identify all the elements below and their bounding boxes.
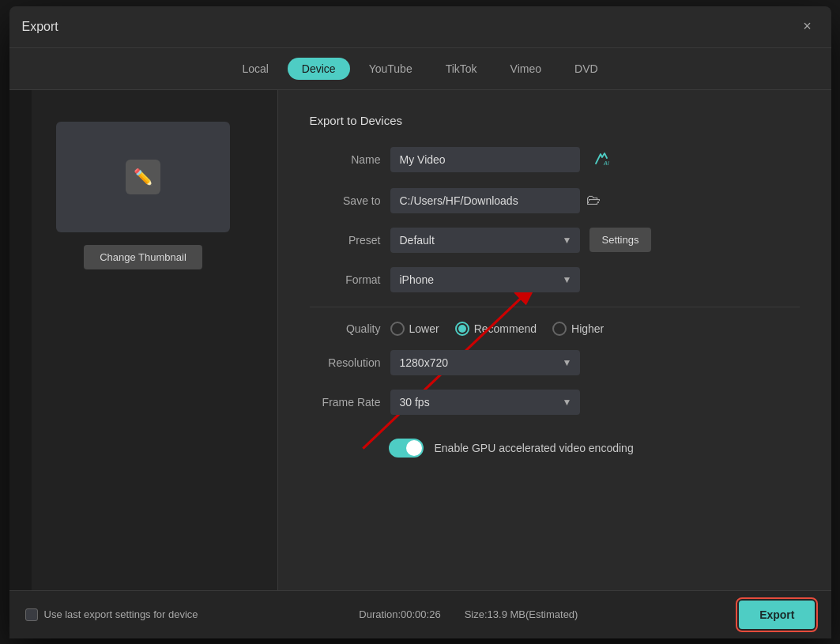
last-settings-label: Use last export settings for device xyxy=(44,608,198,620)
close-button[interactable]: × xyxy=(797,16,819,38)
save-to-input[interactable] xyxy=(390,188,580,213)
quality-recommend[interactable]: Recommend xyxy=(455,322,537,336)
left-panel: ✏️ Change Thumbnail xyxy=(9,90,278,590)
quality-lower-radio[interactable] xyxy=(390,322,405,336)
quality-higher-label: Higher xyxy=(571,322,604,335)
dialog-body: ✏️ Change Thumbnail Export to Devices Na… xyxy=(9,90,831,590)
quality-recommend-label: Recommend xyxy=(474,322,537,335)
save-to-label: Save to xyxy=(310,194,381,207)
format-select-wrap: iPhone ▼ xyxy=(390,267,580,292)
export-to-heading: Export to Devices xyxy=(310,114,800,127)
gpu-row: Enable GPU accelerated video encoding xyxy=(310,439,800,458)
quality-lower-label: Lower xyxy=(409,322,439,335)
tab-local[interactable]: Local xyxy=(228,58,282,80)
format-label: Format xyxy=(310,273,381,286)
folder-browse-button[interactable]: 🗁 xyxy=(586,192,601,209)
export-dialog: Export × Local Device YouTube TikTok Vim… xyxy=(9,6,831,638)
quality-higher[interactable]: Higher xyxy=(552,322,604,336)
resolution-select-wrap: 1280x720 ▼ xyxy=(390,350,580,375)
footer-left: Use last export settings for device xyxy=(25,608,198,621)
tab-vimeo[interactable]: Vimeo xyxy=(496,58,556,80)
resolution-row: Resolution 1280x720 ▼ xyxy=(310,350,800,375)
resolution-select[interactable]: 1280x720 xyxy=(390,350,580,375)
size-info: Size:13.9 MB(Estimated) xyxy=(465,608,578,620)
save-to-row: Save to 🗁 xyxy=(310,188,800,213)
change-thumbnail-button[interactable]: Change Thumbnail xyxy=(84,245,202,269)
resolution-label: Resolution xyxy=(310,356,381,369)
quality-row: Quality Lower Recommend Higher xyxy=(310,322,800,336)
thumbnail-preview[interactable]: ✏️ xyxy=(56,122,230,232)
preset-select-wrap: Default ▼ xyxy=(390,228,580,253)
quality-higher-radio[interactable] xyxy=(552,322,567,336)
name-input[interactable] xyxy=(390,147,580,172)
tabs-bar: Local Device YouTube TikTok Vimeo DVD xyxy=(9,48,831,90)
quality-label: Quality xyxy=(310,322,381,335)
tab-tiktok[interactable]: TikTok xyxy=(431,58,492,80)
gpu-toggle[interactable] xyxy=(389,439,424,458)
name-label: Name xyxy=(310,153,381,166)
quality-lower[interactable]: Lower xyxy=(390,322,439,336)
last-settings-checkbox-label[interactable]: Use last export settings for device xyxy=(25,608,198,621)
name-row: Name AI xyxy=(310,146,800,174)
footer-info: Duration:00:00:26 Size:13.9 MB(Estimated… xyxy=(359,608,578,620)
tab-dvd[interactable]: DVD xyxy=(560,58,612,80)
preset-label: Preset xyxy=(310,234,381,247)
preset-select[interactable]: Default xyxy=(390,228,580,253)
format-row: Format iPhone ▼ xyxy=(310,267,800,292)
right-panel: Export to Devices Name AI Save to 🗁 xyxy=(278,90,831,590)
section-divider xyxy=(310,307,800,307)
title-bar: Export × xyxy=(9,6,831,48)
thumbnail-edit-icon: ✏️ xyxy=(126,160,160,194)
dialog-title: Export xyxy=(22,20,58,34)
quality-options: Lower Recommend Higher xyxy=(390,322,605,336)
frame-rate-row: Frame Rate 30 fps ▼ xyxy=(310,390,800,415)
svg-text:AI: AI xyxy=(603,160,609,166)
ai-name-button[interactable]: AI xyxy=(590,146,613,174)
export-button[interactable]: Export xyxy=(739,601,815,629)
frame-rate-label: Frame Rate xyxy=(310,396,381,409)
settings-button[interactable]: Settings xyxy=(590,228,652,252)
duration-info: Duration:00:00:26 xyxy=(359,608,440,620)
gpu-label: Enable GPU accelerated video encoding xyxy=(435,442,634,454)
tab-device[interactable]: Device xyxy=(288,58,350,80)
preset-row: Preset Default ▼ Settings xyxy=(310,228,800,253)
frame-rate-select-wrap: 30 fps ▼ xyxy=(390,390,580,415)
dialog-footer: Use last export settings for device Dura… xyxy=(9,590,831,638)
format-select[interactable]: iPhone xyxy=(390,267,580,292)
path-wrap: 🗁 xyxy=(390,188,601,213)
frame-rate-select[interactable]: 30 fps xyxy=(390,390,580,415)
tab-youtube[interactable]: YouTube xyxy=(355,58,427,80)
last-settings-checkbox[interactable] xyxy=(25,608,38,621)
quality-recommend-radio[interactable] xyxy=(455,322,469,336)
